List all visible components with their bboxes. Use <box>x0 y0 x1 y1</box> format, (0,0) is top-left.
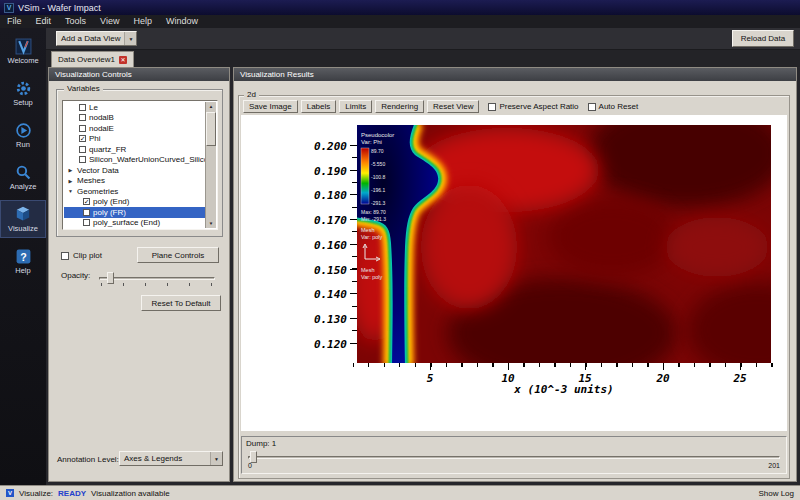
sidebar-item-welcome[interactable]: Welcome <box>0 32 46 70</box>
plane-controls-button[interactable]: Plane Controls <box>137 247 219 263</box>
sidebar-item-analyze[interactable]: Analyze <box>0 158 46 196</box>
opacity-slider-handle[interactable] <box>107 272 114 284</box>
view-mode-label: 2d <box>244 90 259 99</box>
annotation-level-select[interactable]: Axes & Legends ▼ <box>119 451 223 466</box>
tree-item-label: Le <box>89 103 98 112</box>
scroll-down-icon[interactable]: ▼ <box>206 219 216 228</box>
nodalb-checkbox[interactable] <box>79 114 86 121</box>
sidebar-item-label: Run <box>16 140 30 149</box>
magnifier-icon <box>15 164 32 181</box>
menu-item-tools[interactable]: Tools <box>58 15 93 28</box>
sidebar-item-help[interactable]: ? Help <box>0 242 46 280</box>
tree-item-le[interactable]: Le <box>64 102 205 113</box>
chevron-down-icon: ▼ <box>124 32 136 45</box>
tree-section-vector-data[interactable]: ▶Vector Data <box>64 165 205 176</box>
colorbar <box>361 148 369 204</box>
main-toolbar: Add a Data View ▼ Reload Data <box>46 28 800 50</box>
preserve-aspect-checkbox[interactable] <box>488 103 496 111</box>
cube-icon <box>14 205 32 223</box>
tree-item-phi[interactable]: ✓Phi <box>64 134 205 145</box>
tree-section-meshes[interactable]: ▶Meshes <box>64 176 205 187</box>
sidebar-item-visualize[interactable]: Visualize <box>0 200 46 238</box>
tree-item-poly-end[interactable]: ✓poly (End) <box>64 197 205 208</box>
labels-button[interactable]: Labels <box>301 100 337 113</box>
scroll-up-icon[interactable]: ▲ <box>206 102 216 111</box>
tree-section-geometries[interactable]: ▼Geometries <box>64 186 205 197</box>
scroll-thumb[interactable] <box>206 112 216 146</box>
results-panel-header[interactable]: Visualization Results <box>234 68 796 81</box>
expanded-arrow-icon[interactable]: ▼ <box>67 188 74 194</box>
opacity-label: Opacity: <box>61 271 90 280</box>
variables-group-label: Variables <box>64 84 103 93</box>
reset-view-button[interactable]: Reset View <box>427 100 479 113</box>
collapsed-arrow-icon[interactable]: ▶ <box>67 178 74 184</box>
tree-item-label: nodalB <box>89 113 114 122</box>
limits-button[interactable]: Limits <box>339 100 372 113</box>
le-checkbox[interactable] <box>79 104 86 111</box>
tab-label: Data Overview1 <box>58 55 115 64</box>
menu-item-view[interactable]: View <box>93 15 126 28</box>
y-tick-label: 0.200 <box>297 140 347 153</box>
variables-scrollbar[interactable]: ▲ ▼ <box>205 102 216 228</box>
colorbar-tick: 89.70 <box>371 148 384 154</box>
tree-item-silicon-wafer[interactable]: Silicon_WaferUnionCurved_Silico... <box>64 155 205 166</box>
auto-reset-row: Auto Reset <box>588 102 639 111</box>
dump-label: Dump: 1 <box>246 439 276 448</box>
collapsed-arrow-icon[interactable]: ▶ <box>67 167 74 173</box>
close-icon[interactable]: ✕ <box>119 56 127 64</box>
app-sidebar: Welcome Setup Run Analyze <box>0 28 46 485</box>
labels-label: Labels <box>307 102 331 111</box>
y-tick-label: 0.120 <box>297 338 347 351</box>
tree-item-label: poly (End) <box>93 197 129 206</box>
pseudocolor-plot[interactable]: Pseudocolor Var: Phi 89.70 -5.550 -100.8… <box>357 125 771 363</box>
sidebar-item-setup[interactable]: Setup <box>0 74 46 112</box>
add-data-view-select[interactable]: Add a Data View ▼ <box>56 31 137 46</box>
svg-text:?: ? <box>20 250 26 262</box>
sidebar-item-run[interactable]: Run <box>0 116 46 154</box>
reset-to-default-label: Reset To Default <box>152 299 211 308</box>
controls-panel-header[interactable]: Visualization Controls <box>49 68 229 81</box>
rendering-label: Rendering <box>381 102 418 111</box>
title-bar[interactable]: V VSim - Wafer Impact <box>0 0 800 15</box>
menu-item-file[interactable]: File <box>0 15 29 28</box>
reload-data-button[interactable]: Reload Data <box>732 30 794 47</box>
plot-canvas[interactable]: Pseudocolor Var: Phi 89.70 -5.550 -100.8… <box>241 115 787 431</box>
tree-item-poly-surface-end[interactable]: poly_surface (End) <box>64 218 205 229</box>
silicon-checkbox[interactable] <box>79 156 86 163</box>
quartz-checkbox[interactable] <box>79 146 86 153</box>
tree-item-poly-fr[interactable]: poly (FR) <box>64 207 205 218</box>
sidebar-item-label: Visualize <box>8 224 38 233</box>
tree-item-quartz-fr[interactable]: quartz_FR <box>64 144 205 155</box>
save-image-button[interactable]: Save Image <box>243 100 298 113</box>
dump-slider[interactable] <box>248 456 780 459</box>
tree-item-nodalb[interactable]: nodalB <box>64 113 205 124</box>
clip-plot-checkbox[interactable] <box>61 252 69 260</box>
dump-slider-group: Dump: 1 0 201 <box>241 436 787 474</box>
poly-surface-checkbox[interactable] <box>83 219 90 226</box>
tree-item-nodale[interactable]: nodalE <box>64 123 205 134</box>
nodale-checkbox[interactable] <box>79 125 86 132</box>
poly-fr-checkbox[interactable] <box>83 209 90 216</box>
phi-checkbox[interactable]: ✓ <box>79 135 86 142</box>
show-log-button[interactable]: Show Log <box>758 489 794 498</box>
menu-item-help[interactable]: Help <box>126 15 159 28</box>
menu-item-window[interactable]: Window <box>159 15 205 28</box>
clip-plot-label: Clip plot <box>73 251 102 260</box>
app-window: V VSim - Wafer Impact File Edit Tools Vi… <box>0 0 800 500</box>
colorbar-tick: -5.550 <box>371 161 385 167</box>
reset-to-default-button[interactable]: Reset To Default <box>141 295 221 311</box>
rendering-button[interactable]: Rendering <box>375 100 424 113</box>
auto-reset-checkbox[interactable] <box>588 103 596 111</box>
menu-item-edit[interactable]: Edit <box>29 15 59 28</box>
plot-toolbar: Save Image Labels Limits Rendering Reset… <box>243 100 638 113</box>
reset-view-label: Reset View <box>433 102 473 111</box>
dump-min-label: 0 <box>248 462 252 469</box>
opacity-slider-ticks <box>101 283 213 286</box>
viz-2d-group: Save Image Labels Limits Rendering Reset… <box>238 95 790 479</box>
preserve-aspect-label: Preserve Aspect Ratio <box>499 102 578 111</box>
legend-mesh2-title: Mesh <box>361 267 374 273</box>
sidebar-item-label: Setup <box>13 98 33 107</box>
tree-item-label: quartz_FR <box>89 145 126 154</box>
tab-data-overview1[interactable]: Data Overview1 ✕ <box>51 51 134 67</box>
poly-end-checkbox[interactable]: ✓ <box>83 198 90 205</box>
